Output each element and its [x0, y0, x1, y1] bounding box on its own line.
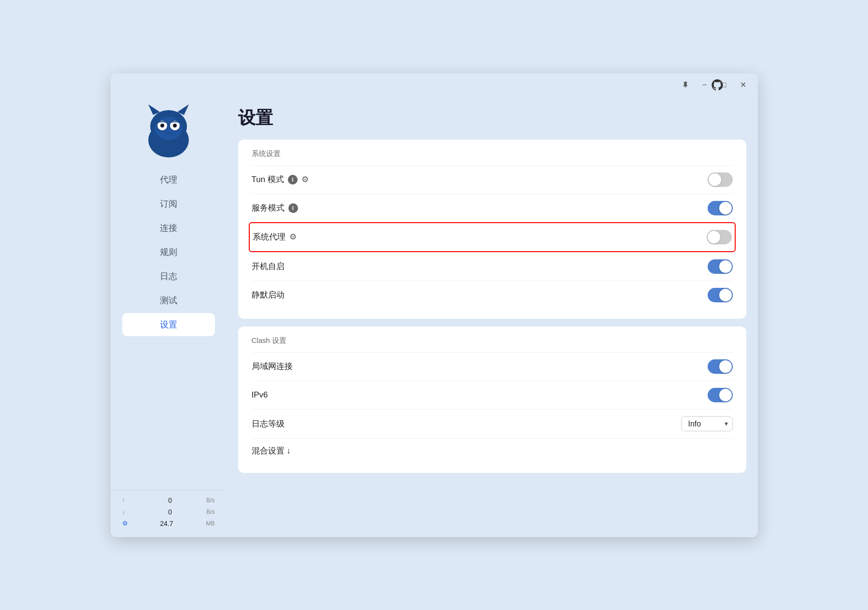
svg-point-10	[160, 124, 164, 128]
nav-items: 代理 订阅 连接 规则 日志 测试 设置	[111, 168, 227, 486]
silent-start-label: 静默启动	[252, 289, 285, 300]
tun-mode-info-icon[interactable]: i	[288, 175, 298, 184]
sidebar-item-test[interactable]: 测试	[122, 289, 215, 312]
lan-connection-row: 局域网连接	[252, 352, 733, 381]
mixed-settings-row: 混合设置 ↓	[252, 438, 733, 463]
tun-mode-label: Tun 模式 i ⚙	[252, 174, 309, 185]
page-title: 设置	[238, 106, 746, 130]
logo-area	[135, 97, 202, 164]
sidebar-item-rules[interactable]: 规则	[122, 241, 215, 264]
sidebar-item-proxy[interactable]: 代理	[122, 168, 215, 191]
mixed-settings-label: 混合设置 ↓	[252, 445, 291, 456]
lan-connection-label: 局域网连接	[252, 361, 293, 372]
sidebar-item-logs[interactable]: 日志	[122, 265, 215, 288]
log-level-label: 日志等级	[252, 418, 285, 429]
silent-start-row: 静默启动	[252, 281, 733, 309]
app-window: − □ ✕	[111, 73, 758, 537]
system-proxy-gear-icon[interactable]: ⚙	[289, 232, 297, 242]
lan-connection-toggle[interactable]	[708, 359, 733, 374]
sidebar-item-subscription[interactable]: 订阅	[122, 192, 215, 215]
clash-settings-title: Clash 设置	[252, 336, 733, 345]
tun-mode-toggle[interactable]	[708, 172, 733, 187]
log-level-dropdown-wrapper: Debug Info Warning Error Silent	[681, 416, 733, 431]
title-bar: − □ ✕	[111, 73, 758, 97]
log-level-row: 日志等级 Debug Info Warning Error Silent	[252, 409, 733, 438]
clash-settings-card: Clash 设置 局域网连接 IPv6	[238, 326, 746, 473]
sidebar: 代理 订阅 连接 规则 日志 测试 设置	[111, 97, 227, 537]
service-mode-toggle[interactable]	[708, 201, 733, 215]
service-mode-label: 服务模式 i	[252, 202, 298, 213]
sidebar-item-settings[interactable]: 设置	[122, 313, 215, 336]
sidebar-stats: ↑ 0 B/s ↓ 0 B/s ⚙ 24.7 MB	[111, 490, 227, 529]
cpu-stat: ⚙ 24.7 MB	[118, 518, 219, 529]
silent-start-toggle[interactable]	[708, 288, 733, 302]
service-mode-row: 服务模式 i	[252, 194, 733, 222]
minimize-button[interactable]: −	[698, 78, 711, 92]
ipv6-label: IPv6	[252, 390, 268, 400]
system-settings-card: 系统设置 Tun 模式 i ⚙ 服务模式	[238, 140, 746, 319]
auto-start-label: 开机自启	[252, 261, 285, 272]
pin-button[interactable]	[679, 78, 692, 92]
auto-start-toggle[interactable]	[708, 259, 733, 274]
service-mode-info-icon[interactable]: i	[288, 203, 298, 213]
close-button[interactable]: ✕	[737, 78, 750, 92]
ipv6-toggle[interactable]	[708, 388, 733, 402]
log-level-select[interactable]: Debug Info Warning Error Silent	[681, 416, 733, 431]
sidebar-item-connection[interactable]: 连接	[122, 216, 215, 240]
auto-start-row: 开机自启	[252, 252, 733, 281]
tun-mode-row: Tun 模式 i ⚙	[252, 165, 733, 194]
ipv6-row: IPv6	[252, 381, 733, 409]
content-area: 设置 系统设置 Tun 模式 i ⚙	[227, 97, 758, 537]
svg-point-11	[173, 124, 177, 128]
system-proxy-toggle[interactable]	[707, 230, 732, 244]
system-proxy-label: 系统代理 ⚙	[253, 231, 297, 242]
system-settings-title: 系统设置	[252, 149, 733, 158]
tun-mode-gear-icon[interactable]: ⚙	[301, 174, 309, 184]
system-proxy-row: 系统代理 ⚙	[249, 222, 736, 252]
upload-stat: ↑ 0 B/s	[118, 495, 219, 506]
github-icon[interactable]	[711, 78, 724, 94]
download-stat: ↓ 0 B/s	[118, 506, 219, 518]
